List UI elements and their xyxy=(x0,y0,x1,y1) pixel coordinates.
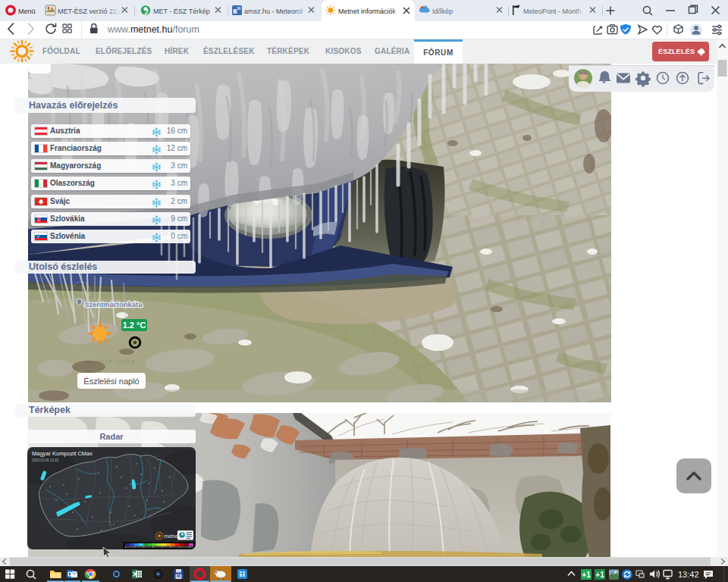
svg-text:MeteoPont - Month: MeteoPont - Month xyxy=(523,8,582,15)
svg-text:Metnet információk: Metnet információk xyxy=(338,8,397,15)
svg-text:metnet: metnet xyxy=(165,534,180,539)
svg-text:Szentmártonkáta: Szentmártonkáta xyxy=(84,300,143,308)
svg-text:Menü: Menü xyxy=(18,8,36,15)
svg-text:2025.02.06 13:15: 2025.02.06 13:15 xyxy=(32,458,59,462)
svg-text:MET - ÉSZ Térkép: MET - ÉSZ Térkép xyxy=(153,8,210,15)
svg-text:+1: +1 xyxy=(582,571,591,579)
svg-text:RH: 53 | P: 1037.6: RH: 53 | P: 1037.6 xyxy=(85,358,135,365)
svg-text:13:42: 13:42 xyxy=(678,570,699,579)
svg-text:amsz.hu - Meteorol: amsz.hu - Meteorol xyxy=(244,8,303,15)
svg-text:+1: +1 xyxy=(595,571,604,579)
svg-text:1.2 °C: 1.2 °C xyxy=(123,321,146,330)
svg-text:Időkép: Időkép xyxy=(432,8,453,15)
svg-text:Magyar Kompozit CMax: Magyar Kompozit CMax xyxy=(32,450,93,457)
svg-text:www.metnet.hu/forum: www.metnet.hu/forum xyxy=(107,24,199,35)
svg-text:Észlelési napló: Észlelési napló xyxy=(83,377,139,386)
